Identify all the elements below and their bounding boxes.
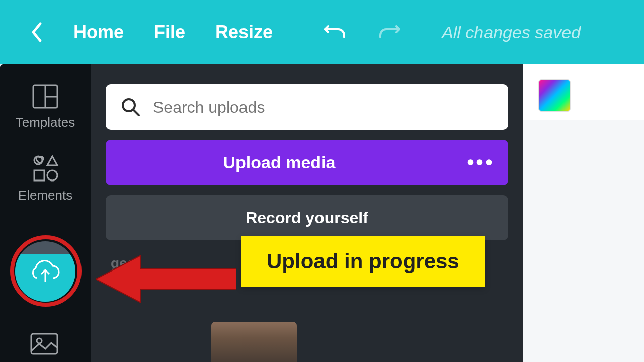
- sidebar-label: Templates: [16, 115, 75, 130]
- record-yourself-button[interactable]: Record yourself: [106, 195, 508, 240]
- cloud-upload-icon: [29, 259, 62, 284]
- color-picker-swatch[interactable]: [538, 79, 571, 112]
- sidebar-item-photos[interactable]: [30, 333, 58, 357]
- elements-icon: [31, 155, 59, 182]
- tab-images-partial[interactable]: ges: [111, 255, 135, 272]
- svg-point-5: [47, 170, 57, 180]
- resize-menu[interactable]: Resize: [215, 22, 273, 43]
- svg-marker-3: [47, 156, 57, 165]
- svg-point-10: [37, 338, 42, 343]
- sidebar-item-elements[interactable]: Elements: [18, 155, 72, 203]
- svg-rect-4: [34, 170, 44, 180]
- redo-icon[interactable]: [377, 22, 401, 42]
- photos-icon: [30, 333, 58, 355]
- upload-media-button[interactable]: Upload media •••: [106, 140, 508, 185]
- main-area: Templates Elements Upload media ••• Reco…: [0, 64, 644, 362]
- svg-line-7: [133, 110, 139, 115]
- annotation-callout: Upload in progress: [242, 236, 485, 287]
- save-status: All changes saved: [442, 23, 581, 42]
- file-menu[interactable]: File: [154, 22, 185, 43]
- sidebar-item-templates[interactable]: Templates: [16, 84, 75, 130]
- search-icon: [121, 97, 141, 117]
- back-chevron-icon[interactable]: [30, 22, 43, 43]
- sidebar-label: Elements: [18, 188, 72, 203]
- annotation-text: Upload in progress: [267, 249, 459, 273]
- sidebar-item-uploads[interactable]: [15, 241, 75, 302]
- search-input[interactable]: [153, 98, 493, 117]
- upload-thumbnail[interactable]: [211, 322, 297, 362]
- undo-icon[interactable]: [323, 22, 347, 42]
- top-menu-bar: Home File Resize All changes saved: [0, 0, 644, 64]
- upload-more-options[interactable]: •••: [453, 140, 508, 185]
- upload-media-label: Upload media: [106, 153, 453, 172]
- canvas-toolbar-area: [523, 64, 644, 362]
- side-nav: Templates Elements: [0, 64, 91, 362]
- uploads-panel: Upload media ••• Record yourself ges: [91, 64, 523, 362]
- templates-icon: [32, 84, 58, 109]
- search-box[interactable]: [106, 84, 508, 130]
- home-link[interactable]: Home: [73, 22, 124, 43]
